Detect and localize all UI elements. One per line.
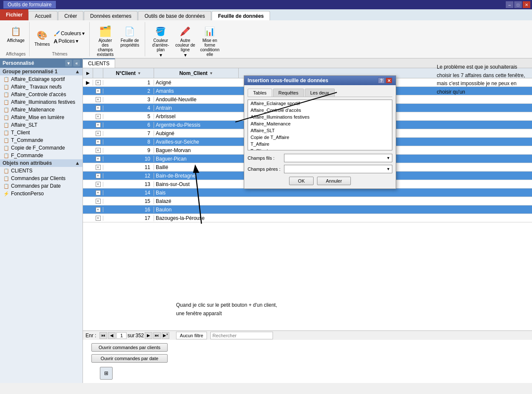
table-row[interactable]: + 14 Bais xyxy=(83,189,532,197)
close-button[interactable]: ✕ xyxy=(523,1,530,8)
couleur-arriere-plan-button[interactable]: 🪣 Couleur d'arrière-plan ▾ xyxy=(149,24,172,59)
tab-outils-bdd[interactable]: Outils de base de données xyxy=(138,11,211,20)
sidebar-item[interactable]: 📋Commandes par Date xyxy=(0,182,83,190)
open-by-date-button[interactable]: Ouvrir commandes par date xyxy=(91,354,168,363)
maximize-button[interactable]: □ xyxy=(514,1,522,8)
ajouter-champs-button[interactable]: 🗂️ Ajouter des champs existants xyxy=(94,24,117,58)
tab-accueil[interactable]: Accueil xyxy=(28,11,58,20)
row-id: 9 xyxy=(103,147,154,153)
champs-peres-arrow-icon: ▼ xyxy=(386,167,390,171)
tab-donnees-externes[interactable]: Données externes xyxy=(84,11,138,20)
table-row[interactable]: + 17 Bazouges-la-Pérouse xyxy=(83,214,532,222)
tab-creer[interactable]: Créer xyxy=(58,11,83,20)
nav-first-button[interactable]: ⏮ xyxy=(99,332,107,339)
sidebar-item[interactable]: 📋T_Client xyxy=(0,129,83,136)
form-icon-button[interactable]: ⊞ xyxy=(100,367,113,380)
autre-couleur-dropdown-icon: ▾ xyxy=(184,52,187,58)
expand-button[interactable]: + xyxy=(96,199,101,204)
nav-collapse-icon[interactable]: « xyxy=(73,60,80,67)
dialog-list-item[interactable]: Affaire_SLT xyxy=(248,127,392,134)
annuler-button[interactable]: Annuler xyxy=(317,177,351,185)
champs-peres-select[interactable]: ▼ xyxy=(284,165,392,173)
open-by-clients-button[interactable]: Ouvrir commandes par clients xyxy=(91,343,168,352)
expand-button[interactable]: + xyxy=(96,80,101,85)
tab-feuille-donnees[interactable]: Feuille de données xyxy=(212,11,270,20)
expand-button[interactable]: + xyxy=(96,89,101,94)
dialog-tab-requetes[interactable]: Requêtes xyxy=(273,89,304,97)
dialog-list-item[interactable]: T_Client xyxy=(248,147,392,150)
sidebar-item[interactable]: 📋Affaire_SLT xyxy=(0,121,83,129)
insertion-dialog[interactable]: Insertion sous-feuille de données ? ✕ Ta… xyxy=(244,75,396,189)
current-record-input[interactable] xyxy=(116,332,127,339)
group1-chevron-icon: ▲ xyxy=(75,69,80,75)
dialog-list-item[interactable]: Copie de T_Affaire xyxy=(248,134,392,141)
expand-button[interactable]: + xyxy=(96,105,101,111)
expand-button[interactable]: + xyxy=(96,207,101,212)
dialog-list-item[interactable]: Affaire_Controle d'accès xyxy=(248,107,392,114)
dialog-tab-tables[interactable]: Tables xyxy=(248,89,272,97)
sidebar-item[interactable]: 📋T_Commande xyxy=(0,136,83,144)
dialog-tab-les-deux[interactable]: Les deux xyxy=(305,89,335,97)
expand-button[interactable]: + xyxy=(96,114,101,119)
sidebar-item[interactable]: 📋Affaire_Controle d'accès xyxy=(0,91,83,98)
couleurs-button[interactable]: 🖌️ Couleurs ▾ xyxy=(52,30,86,37)
sidebar-item[interactable]: 📋Affaire_Maitenance xyxy=(0,106,83,114)
dialog-list-item[interactable]: Affaire_Eclairage sportif xyxy=(248,100,392,107)
expand-button[interactable]: + xyxy=(96,216,101,221)
expand-button[interactable]: + xyxy=(96,131,101,136)
expand-button[interactable]: + xyxy=(96,173,101,178)
col-header-name[interactable]: Nom_Client ▼ xyxy=(154,68,239,78)
expand-button[interactable]: + xyxy=(96,148,101,153)
minimize-button[interactable]: – xyxy=(506,1,513,8)
tab-fichier[interactable]: Fichier xyxy=(0,9,28,20)
table-row[interactable]: + 16 Baulon xyxy=(83,205,532,214)
expand-button[interactable]: + xyxy=(96,156,101,161)
champs-fils-select[interactable]: ▼ xyxy=(284,154,392,162)
nav-group2-header[interactable]: Objets non attribués ▲ xyxy=(0,159,83,167)
nav-prev-button[interactable]: ◀ xyxy=(108,332,116,339)
expand-button[interactable]: + xyxy=(96,165,101,170)
sidebar-item[interactable]: 📋Affaire_Illuminations festives xyxy=(0,98,83,106)
mise-en-forme-conditionnelle-button[interactable]: 📊 Mise en forme conditionnelle xyxy=(198,24,221,58)
ok-button[interactable]: OK xyxy=(289,177,314,185)
expand-button[interactable]: + xyxy=(96,139,101,144)
dialog-help-button[interactable]: ? xyxy=(378,78,385,83)
expand-button[interactable]: + xyxy=(96,97,101,102)
feuille-proprietes-button[interactable]: 📄 Feuille de propriétés xyxy=(119,24,141,48)
dialog-list-item[interactable]: Affaire_Maitenance xyxy=(248,120,392,127)
nav-last-button[interactable]: ⏭ xyxy=(153,332,161,339)
autre-couleur-ligne-button[interactable]: 🖍️ Autre couleur de ligne ▾ xyxy=(174,24,197,59)
search-input[interactable] xyxy=(210,332,273,339)
nav-item-icon: 📋 xyxy=(3,138,9,143)
sidebar-item[interactable]: 📋Affaire_ Travaux neufs xyxy=(0,83,83,91)
col-header-id[interactable]: N°Client ▼ xyxy=(103,68,154,78)
sidebar-item[interactable]: ⚡FonctionPerso xyxy=(0,190,83,197)
polices-button[interactable]: A Polices ▾ xyxy=(52,38,86,45)
dialog-list-item[interactable]: T_Affaire xyxy=(248,141,392,147)
expand-button[interactable]: + xyxy=(96,122,101,128)
dialog-close-button[interactable]: ✕ xyxy=(386,78,392,83)
expand-button[interactable]: + xyxy=(96,190,101,195)
sidebar-item[interactable]: 📋CLIENTS xyxy=(0,167,83,175)
dialog-list[interactable]: Affaire_Eclairage sportifAffaire_Control… xyxy=(248,100,392,150)
sidebar-item[interactable]: 📋F_Commande xyxy=(0,152,83,159)
sidebar-item[interactable]: 📋Affaire_Mise en lumière xyxy=(0,114,83,121)
nav-new-button[interactable]: ▶* xyxy=(162,332,169,339)
affichage-button[interactable]: 📋 Affichage xyxy=(6,24,26,44)
filter-status[interactable]: Aucun filtre xyxy=(176,332,207,339)
nav-next-button[interactable]: ▶ xyxy=(145,332,152,339)
sidebar-item[interactable]: 📋Copie de F_Commande xyxy=(0,144,83,152)
nav-group1-header[interactable]: Groupe personnalisé 1 ▲ xyxy=(0,68,83,75)
sidebar-item[interactable]: 📋Commandes par Clients xyxy=(0,175,83,182)
table-row[interactable]: + 15 Balazé xyxy=(83,197,532,205)
expand-button[interactable]: + xyxy=(96,182,101,187)
row-name: Bazouges-la-Pérouse xyxy=(154,215,239,221)
row-id: 7 xyxy=(103,130,154,136)
nav-search-icon[interactable]: ▼ xyxy=(65,60,72,67)
sidebar-item[interactable]: 📋Affaire_Eclairage sportif xyxy=(0,75,83,83)
themes-button[interactable]: 🎨 Thèmes xyxy=(34,28,51,47)
row-name: Antrain xyxy=(154,105,239,111)
clients-tab[interactable]: CLIENTS xyxy=(83,58,115,68)
action-buttons: Ouvrir commandes par clients Ouvrir comm… xyxy=(83,340,532,383)
dialog-list-item[interactable]: Affaire_Illuminations festives xyxy=(248,114,392,120)
